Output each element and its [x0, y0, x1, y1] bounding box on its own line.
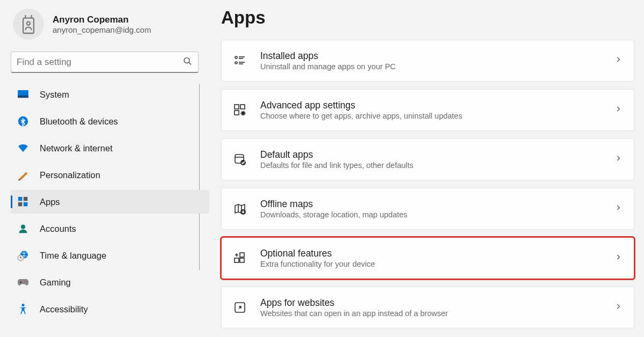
- card-offline-maps[interactable]: Offline maps Downloads, storage location…: [221, 188, 634, 230]
- svg-point-14: [25, 281, 26, 282]
- chevron-right-icon: [614, 204, 622, 214]
- card-subtitle: Extra functionality for your device: [260, 260, 614, 268]
- sidebar-item-label: System: [40, 90, 69, 100]
- sidebar-item-bluetooth[interactable]: Bluetooth & devices: [11, 109, 209, 133]
- card-subtitle: Defaults for file and link types, other …: [260, 161, 614, 170]
- gaming-icon: [17, 276, 29, 288]
- svg-rect-32: [240, 253, 244, 257]
- profile-name: Anyron Copeman: [53, 14, 151, 25]
- sidebar-item-time-language[interactable]: Time & language: [11, 244, 209, 267]
- sidebar-item-system[interactable]: System: [11, 83, 209, 106]
- svg-point-26: [241, 112, 245, 115]
- svg-point-20: [235, 62, 237, 64]
- default-apps-icon: [232, 152, 247, 167]
- card-optional-features[interactable]: Optional features Extra functionality fo…: [221, 237, 634, 279]
- card-title: Advanced app settings: [260, 100, 614, 111]
- svg-rect-5: [18, 96, 28, 98]
- sidebar-item-accessibility[interactable]: Accessibility: [11, 297, 209, 321]
- svg-rect-10: [24, 202, 28, 207]
- card-subtitle: Downloads, storage location, map updates: [260, 210, 614, 219]
- svg-rect-24: [240, 105, 245, 109]
- sidebar-item-label: Apps: [40, 197, 60, 207]
- svg-rect-9: [18, 202, 23, 207]
- svg-rect-31: [235, 258, 239, 262]
- sidebar: Anyron Copeman anyron_copeman@idg.com Sy…: [0, 0, 209, 337]
- sidebar-item-personalization[interactable]: Personalization: [11, 163, 209, 187]
- svg-point-1: [27, 21, 30, 25]
- search-icon: [183, 57, 192, 68]
- main-panel: Apps Installed apps Uninstall and manage…: [209, 0, 644, 337]
- page-title: Apps: [221, 8, 634, 28]
- svg-rect-0: [23, 18, 34, 33]
- sidebar-item-apps[interactable]: Apps: [11, 190, 209, 214]
- sidebar-item-gaming[interactable]: Gaming: [11, 270, 209, 294]
- sidebar-item-label: Network & internet: [40, 143, 113, 153]
- profile-email: anyron_copeman@idg.com: [53, 25, 151, 34]
- optional-features-icon: [232, 251, 247, 266]
- apps-websites-icon: [232, 300, 247, 315]
- svg-point-17: [235, 56, 237, 58]
- nav-list: System Bluetooth & devices Network & int…: [11, 83, 209, 321]
- card-default-apps[interactable]: Default apps Defaults for file and link …: [221, 138, 634, 180]
- search-box[interactable]: [11, 52, 199, 73]
- chevron-right-icon: [614, 303, 622, 312]
- card-subtitle: Websites that can open in an app instead…: [260, 309, 614, 318]
- card-title: Default apps: [260, 149, 614, 160]
- svg-point-15: [26, 282, 28, 284]
- svg-rect-7: [18, 197, 23, 201]
- chevron-right-icon: [614, 56, 622, 65]
- card-installed-apps[interactable]: Installed apps Uninstall and manage apps…: [221, 40, 634, 82]
- svg-point-2: [184, 58, 189, 63]
- card-advanced-app-settings[interactable]: Advanced app settings Choose where to ge…: [221, 89, 634, 131]
- system-icon: [17, 89, 29, 100]
- chevron-right-icon: [614, 155, 622, 164]
- avatar: [13, 9, 44, 40]
- svg-rect-8: [24, 197, 28, 201]
- offline-maps-icon: [232, 201, 247, 216]
- chevron-right-icon: [614, 105, 622, 115]
- wifi-icon: [17, 142, 29, 154]
- search-input[interactable]: [11, 52, 199, 73]
- sidebar-item-label: Accessibility: [40, 304, 88, 314]
- card-subtitle: Choose where to get apps, archive apps, …: [260, 112, 614, 120]
- svg-rect-33: [240, 258, 244, 262]
- chevron-right-icon: [614, 253, 622, 263]
- svg-rect-23: [235, 105, 239, 109]
- svg-rect-25: [235, 111, 239, 115]
- card-title: Optional features: [260, 248, 614, 259]
- sidebar-item-network[interactable]: Network & internet: [11, 136, 209, 160]
- accounts-icon: [17, 223, 29, 235]
- accessibility-icon: [17, 303, 29, 315]
- card-subtitle: Uninstall and manage apps on your PC: [260, 62, 614, 71]
- time-language-icon: [17, 250, 29, 261]
- svg-point-11: [21, 225, 25, 229]
- sidebar-item-label: Personalization: [40, 170, 100, 180]
- advanced-apps-icon: [232, 102, 247, 118]
- sidebar-item-label: Accounts: [40, 224, 76, 234]
- svg-line-3: [189, 62, 191, 64]
- personalization-icon: [17, 169, 29, 181]
- sidebar-item-label: Bluetooth & devices: [40, 116, 118, 127]
- bluetooth-icon: [17, 115, 29, 127]
- card-title: Offline maps: [260, 199, 614, 210]
- card-title: Apps for websites: [260, 297, 614, 309]
- profile-block[interactable]: Anyron Copeman anyron_copeman@idg.com: [11, 0, 209, 49]
- sidebar-item-label: Time & language: [40, 251, 106, 261]
- installed-apps-icon: [232, 53, 247, 68]
- sidebar-item-label: Gaming: [40, 277, 71, 288]
- card-apps-for-websites[interactable]: Apps for websites Websites that can open…: [221, 287, 634, 328]
- apps-icon: [17, 196, 29, 208]
- card-title: Installed apps: [260, 50, 614, 62]
- sidebar-item-accounts[interactable]: Accounts: [11, 217, 209, 240]
- svg-point-16: [22, 304, 25, 306]
